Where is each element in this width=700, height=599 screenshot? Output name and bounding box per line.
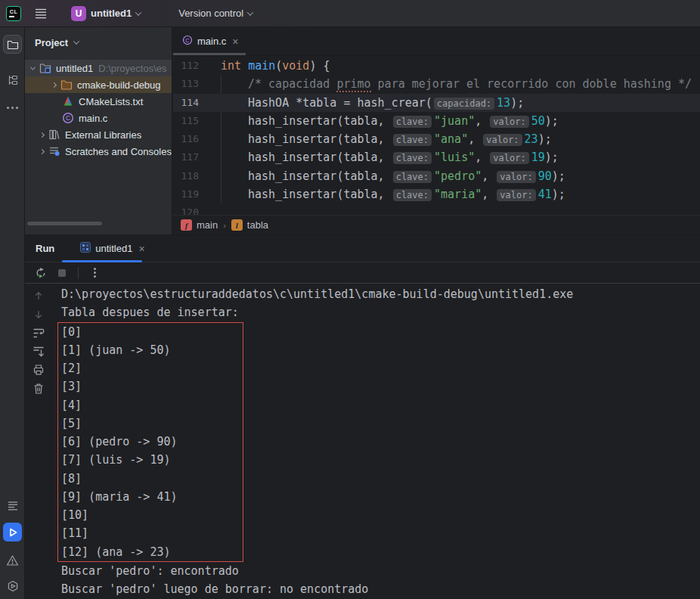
code-line-114[interactable]: 114HashOA *tabla = hash_crear(capacidad:…: [173, 94, 700, 112]
variable-icon: l: [231, 219, 243, 231]
code-token: ,: [482, 169, 495, 183]
horizontal-scrollbar[interactable]: [27, 222, 102, 225]
cmake-toolwindow-button[interactable]: [3, 496, 22, 515]
problems-toolwindow-button[interactable]: [3, 551, 22, 570]
project-widget[interactable]: U untitled1: [65, 3, 147, 24]
code-line-119[interactable]: 119hash_insertar(tabla, clave:"maria", v…: [173, 185, 700, 203]
tree-item-main-c[interactable]: C main.c: [25, 110, 172, 126]
code-line-112[interactable]: 112int main(void) {: [173, 57, 700, 75]
code-line-113[interactable]: 113/* capacidad primo para mejorar el re…: [173, 75, 700, 93]
tree-item-path: D:\proyectos\es: [98, 63, 166, 74]
clion-logo-text: CL: [10, 9, 17, 15]
run-toolwindow-button[interactable]: [3, 523, 22, 542]
project-panel-header[interactable]: Project: [25, 27, 172, 57]
console-line: [0]: [61, 323, 243, 341]
code-editor[interactable]: 112int main(void) {113/* capacidad primo…: [173, 56, 700, 215]
chevron-down-icon: [135, 9, 141, 15]
run-options-button[interactable]: [86, 265, 103, 281]
project-tree: untitled1 D:\proyectos\es cmake-build-de…: [25, 60, 172, 160]
tree-item-external-libraries[interactable]: External Libraries: [25, 126, 172, 143]
code-line-116[interactable]: 116hash_insertar(tabla, clave:"ana", val…: [173, 130, 700, 148]
stop-button[interactable]: [54, 265, 70, 281]
chevron-down-icon: [247, 9, 253, 15]
print-button[interactable]: [31, 364, 46, 376]
trash-icon: [33, 383, 45, 395]
arrow-down-icon: [33, 309, 44, 320]
active-tab-indicator: [173, 53, 246, 55]
chevron-right-icon: [39, 148, 44, 154]
code-token: hash_insertar(tabla,: [248, 151, 392, 164]
code-text: hash_insertar(tabla, clave:"ana", valor:…: [221, 132, 552, 146]
vcs-widget[interactable]: Version control: [172, 3, 259, 24]
console-line: [10]: [61, 506, 243, 524]
code-token: para mejorar el recorrido con doble hash…: [371, 77, 692, 91]
close-icon[interactable]: ×: [231, 36, 240, 47]
code-token: 90: [538, 169, 552, 183]
structure-icon: [7, 74, 19, 86]
tree-item-untitled1[interactable]: untitled1 D:\proyectos\es: [25, 60, 172, 76]
console-line: Buscar 'pedro': encontrado: [61, 562, 573, 580]
project-toolwindow-button[interactable]: [3, 35, 22, 54]
parameter-hint: valor:: [483, 134, 522, 146]
console-line: [3]: [61, 377, 243, 396]
run-tab-untitled1[interactable]: untitled1 ×: [74, 235, 152, 262]
console-output[interactable]: D:\proyectos\estructuraddedatos\c\untitl…: [61, 285, 573, 598]
tree-item-label: cmake-build-debug: [77, 79, 161, 91]
scroll-down-button[interactable]: [31, 309, 46, 321]
close-icon[interactable]: ×: [137, 244, 146, 254]
code-token: hash_insertar(tabla,: [248, 169, 392, 183]
scroll-up-button[interactable]: [31, 290, 46, 302]
code-line-115[interactable]: 115hash_insertar(tabla, clave:"juan", va…: [173, 112, 700, 130]
services-toolwindow-button[interactable]: [3, 576, 22, 595]
toolwindow-bar: [0, 27, 25, 599]
chevron-down-icon: [73, 38, 79, 44]
code-text: /* capacidad primo para mejorar el recor…: [221, 77, 692, 91]
breadcrumb-item-tabla[interactable]: l tabla: [231, 219, 268, 231]
code-token: primo: [336, 77, 370, 92]
main-menu-button[interactable]: [30, 3, 51, 24]
code-text: HashOA *tabla = hash_crear(capacidad:13)…: [221, 96, 524, 110]
code-token: (: [275, 59, 282, 73]
rerun-button[interactable]: [33, 265, 49, 281]
code-line-118[interactable]: 118hash_insertar(tabla, clave:"pedro", v…: [173, 167, 700, 185]
code-text: hash_insertar(tabla, clave:"pedro", valo…: [221, 169, 565, 183]
kebab-menu-icon: [94, 272, 96, 274]
console-line: [7] (luis -> 19): [61, 451, 243, 469]
parameter-hint: clave:: [393, 116, 432, 128]
console-line: [4]: [61, 396, 243, 414]
tree-item-scratches[interactable]: Scratches and Consoles: [25, 143, 172, 160]
run-panel-title: Run: [36, 243, 54, 254]
editor-area: C main.c × 112int main(void) {113/* capa…: [173, 27, 700, 234]
breadcrumb-item-main[interactable]: f main: [181, 219, 218, 231]
tree-item-label: untitled1: [56, 63, 93, 74]
code-token: int: [221, 59, 241, 73]
chevron-right-icon: [39, 132, 44, 137]
clear-all-button[interactable]: [31, 383, 46, 395]
structure-toolwindow-button[interactable]: [3, 70, 22, 89]
tree-item-cmakelists[interactable]: CMakeLists.txt: [25, 93, 172, 110]
code-token: 50: [531, 114, 545, 128]
soft-wrap-button[interactable]: [31, 327, 46, 339]
line-number: 118: [173, 167, 199, 185]
run-console: D:\proyectos\estructuraddedatos\c\untitl…: [25, 284, 700, 599]
tree-item-cmake-build-debug[interactable]: cmake-build-debug: [25, 76, 172, 93]
tree-item-label: External Libraries: [65, 129, 141, 141]
code-token: [241, 59, 248, 73]
code-line-117[interactable]: 117hash_insertar(tabla, clave:"luis", va…: [173, 148, 700, 166]
parameter-hint: clave:: [393, 171, 432, 183]
parameter-hint: clave:: [393, 134, 432, 146]
hamburger-icon: [35, 8, 47, 19]
code-token: 13: [497, 96, 510, 110]
folder-icon: [7, 39, 19, 51]
clion-logo: CL: [6, 6, 21, 21]
run-tab-label: untitled1: [95, 243, 132, 254]
services-hexagon-play-icon: [7, 580, 19, 592]
code-line-120[interactable]: 120: [173, 203, 700, 215]
tab-main-c[interactable]: C main.c ×: [173, 27, 247, 55]
code-token: "luis": [434, 151, 475, 164]
project-toolwindow: Project untitled1 D:\proyectos\es: [25, 27, 172, 234]
scroll-to-end-button[interactable]: [31, 346, 46, 358]
console-line: D:\proyectos\estructuraddedatos\c\untitl…: [61, 285, 573, 303]
more-toolwindows-button[interactable]: [3, 98, 22, 117]
scratches-icon: [48, 145, 60, 157]
